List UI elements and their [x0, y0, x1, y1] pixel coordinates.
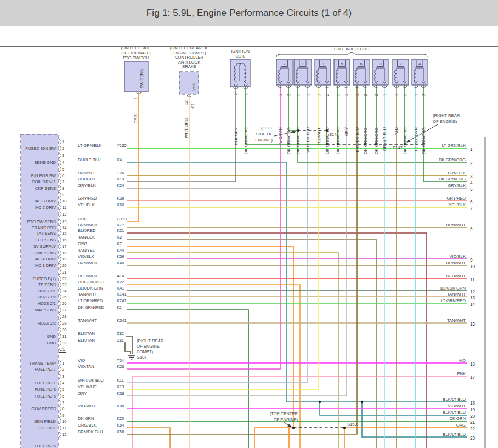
pin-number: 2	[421, 94, 426, 96]
pin-number: 2	[336, 94, 341, 96]
pto-header: OF FIREWALL)	[122, 50, 151, 55]
wire-color-label: BLK/DK GRN	[78, 286, 103, 291]
edge-wire-label: PNK	[457, 371, 466, 376]
pin-number: 23	[62, 282, 66, 287]
pin-number: 2	[62, 146, 64, 151]
pin-arc	[59, 406, 61, 411]
edge-wire-number: 9	[470, 258, 473, 263]
edge-wire-number: 12	[470, 290, 476, 294]
edge-wire-label: ORG	[456, 423, 466, 428]
wire-color-label: DK GRN/ORG	[403, 127, 408, 154]
pcm-pin-label: HO2S 1/2	[38, 294, 56, 299]
pin-arc	[59, 179, 61, 184]
edge-wire-label: LT GRN/BLK	[442, 143, 466, 148]
pto-switch-box	[125, 61, 148, 92]
pin-arc	[59, 225, 61, 230]
wire-color-label: DK GRN/ORG	[244, 127, 248, 154]
pcm-pin-label: CKP SENS	[35, 186, 56, 191]
wire-DK-GRN-ORG	[288, 85, 298, 131]
pin-arc	[59, 314, 61, 319]
pin-arc	[59, 367, 61, 372]
pcm-pin-label: MAP SENS	[35, 308, 56, 313]
pto-switch-label: SW SENS	[139, 69, 144, 88]
wire-color-label: ORG	[133, 114, 138, 123]
pto-header: PTO SWITCH	[123, 55, 149, 60]
wire-color-label: GRY	[344, 127, 349, 136]
edge-wire-label: BRN/YEL	[448, 171, 466, 175]
edge-wire-label: GRY/RED	[447, 196, 466, 201]
wire-color-label: YEL/WHT	[78, 384, 97, 389]
circuit-number: K26	[117, 364, 125, 369]
edge-wire-label: DK GRN	[449, 416, 466, 421]
edge-wire-label: VIO	[459, 358, 466, 363]
wire-color-label: WHT/ORG	[184, 118, 189, 138]
edge-wire-label: TAN/WHT	[447, 318, 466, 323]
wire-color-label: DK GRN/ORG	[374, 127, 379, 154]
injector-number: 5	[341, 61, 343, 66]
pcm-pin-label: GOV PRESS	[31, 406, 56, 411]
title-bar: Fig 1: 5.9L, Engine Performance Circuits…	[0, 0, 498, 26]
pin-arc	[59, 301, 61, 306]
circuit-number: K58	[117, 429, 125, 434]
pin-number: 19	[62, 257, 66, 262]
pin-arc	[59, 167, 61, 172]
edge-wire-label: BLK/DK GRN	[440, 286, 466, 291]
wire-color-label: VIO/TAN	[78, 364, 94, 369]
pin-number: 1	[394, 94, 399, 96]
wire-BLK-TAN	[125, 343, 131, 354]
note-arrow	[284, 422, 291, 427]
wire-color-label: BRN/DK BLU	[355, 127, 360, 152]
edge-wire-label: LT GRN/RED	[441, 298, 466, 303]
pcm-pin-label: SENS GND	[34, 160, 56, 165]
wire-color-label: TAN	[394, 127, 399, 135]
pin-arc	[59, 426, 61, 430]
wire-color-label: GRY/RED	[78, 196, 97, 201]
wire-color-label: BLK/GRY	[78, 177, 96, 182]
pin-number: 2	[325, 94, 330, 96]
pin-arc	[59, 294, 61, 299]
edge-wire-label: VIO/WHT	[448, 404, 466, 409]
pin-number: 12	[62, 212, 66, 217]
wire-ORG	[127, 92, 139, 222]
splice-dot	[361, 401, 364, 404]
fuel-injectors-bracket	[276, 52, 427, 57]
pin-arc	[59, 282, 61, 287]
edge-wire-label: RED/WHT	[446, 274, 466, 279]
pcm-pin-label: IAC 3 DRIV	[35, 199, 56, 203]
circuit-number: K77	[117, 223, 125, 228]
wire-color-label: DK GRN/RED	[78, 305, 104, 310]
wire-color-label: DK GRN/ORG	[325, 127, 330, 154]
edge-wire-label: BRN/WHT	[446, 260, 466, 265]
pin-arc	[59, 341, 61, 345]
pin-number: 10	[62, 199, 66, 203]
pin-arc	[59, 321, 61, 326]
edge-wire-label: VIO/BLK	[449, 254, 466, 259]
connector-id: C1	[190, 103, 195, 109]
pcm-pin-label: CMP SENS	[34, 251, 56, 256]
pin-arc	[59, 186, 61, 191]
pin-arc	[59, 419, 61, 424]
edge-wire-number: 2	[470, 161, 473, 166]
splice-dot	[343, 427, 346, 429]
injector-number: 6	[360, 61, 362, 66]
pcm-pin-label: FUEL INJ 3	[35, 387, 56, 392]
wire-color-label: WHT/DK BLU	[305, 127, 310, 153]
pin-arc	[59, 237, 61, 242]
edge-wire-number: 1	[470, 147, 473, 152]
pin-number: 30	[62, 327, 66, 332]
scrollbar-track[interactable]	[484, 137, 486, 448]
circuit-number: Z81	[117, 338, 124, 343]
pin-number: 18	[62, 251, 66, 256]
wire-color-label: ORG	[78, 241, 87, 246]
ground-note: COMPT)	[137, 349, 153, 354]
edge-wire-number: 20	[470, 414, 476, 419]
circuit-number: K1	[117, 305, 122, 310]
wire-color-label: YEL/BLK	[78, 202, 95, 207]
splice-label: S150	[347, 422, 357, 427]
edge-wire-label: TAN/WHT	[447, 292, 466, 297]
pin-number: 2	[403, 94, 408, 96]
pin-arc	[59, 361, 61, 366]
pin-number: 12	[62, 432, 66, 437]
pin-arc	[59, 244, 61, 249]
wire-color-label: BRN/WHT	[78, 223, 98, 228]
